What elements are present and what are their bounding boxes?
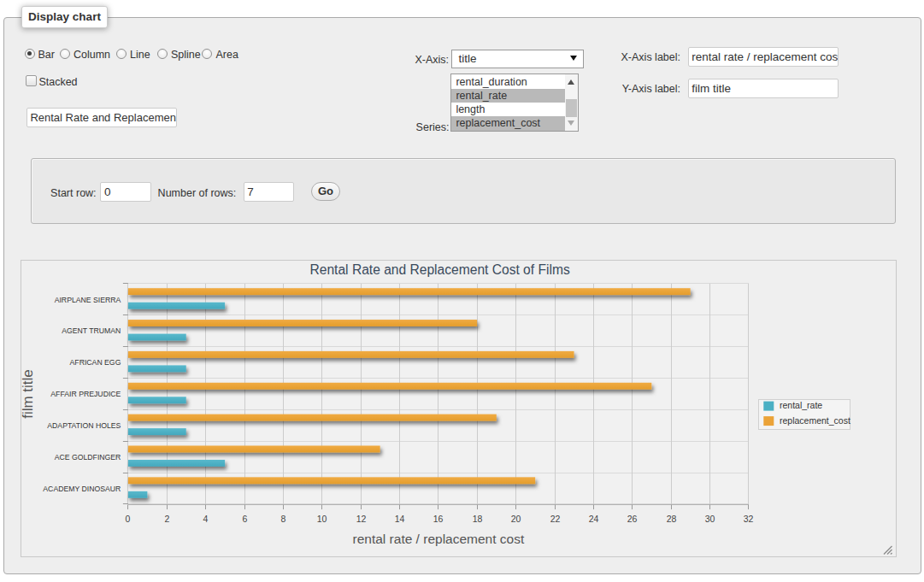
svg-text:AGENT TRUMAN: AGENT TRUMAN	[62, 326, 121, 335]
svg-text:ACADEMY DINOSAUR: ACADEMY DINOSAUR	[44, 485, 121, 493]
svg-text:rental rate / replacement cost: rental rate / replacement cost	[353, 532, 525, 546]
svg-text:18: 18	[473, 514, 483, 524]
svg-text:4: 4	[203, 514, 209, 524]
svg-text:AFFAIR PREJUDICE: AFFAIR PREJUDICE	[51, 390, 121, 398]
svg-text:film title: film title	[21, 369, 36, 419]
svg-text:20: 20	[511, 514, 521, 524]
svg-text:16: 16	[433, 514, 444, 524]
svg-text:14: 14	[395, 514, 405, 524]
svg-text:6: 6	[243, 514, 248, 524]
svg-text:8: 8	[281, 514, 286, 524]
svg-text:AIRPLANE SIERRA: AIRPLANE SIERRA	[55, 296, 121, 304]
svg-text:22: 22	[550, 514, 561, 524]
svg-text:24: 24	[589, 514, 599, 524]
svg-text:ACE GOLDFINGER: ACE GOLDFINGER	[55, 453, 121, 461]
svg-text:ADAPTATION HOLES: ADAPTATION HOLES	[48, 421, 121, 430]
svg-text:rental_rate: rental_rate	[780, 400, 822, 410]
svg-text:2: 2	[165, 514, 170, 524]
svg-text:30: 30	[705, 514, 715, 524]
svg-text:AFRICAN EGG: AFRICAN EGG	[70, 358, 121, 367]
svg-text:28: 28	[667, 514, 677, 524]
svg-text:12: 12	[356, 514, 367, 524]
svg-text:10: 10	[317, 514, 327, 524]
svg-text:0: 0	[126, 514, 131, 524]
svg-text:32: 32	[744, 514, 754, 524]
svg-text:Rental Rate and Replacement Co: Rental Rate and Replacement Cost of Film…	[310, 262, 570, 277]
svg-text:replacement_cost: replacement_cost	[780, 415, 850, 426]
svg-text:26: 26	[627, 514, 638, 524]
